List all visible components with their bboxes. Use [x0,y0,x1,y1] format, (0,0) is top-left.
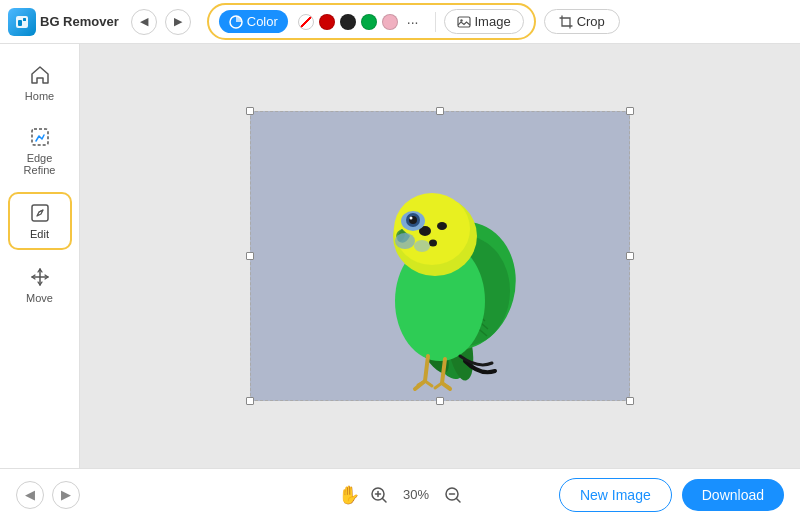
svg-rect-2 [23,18,26,21]
swatch-transparent[interactable] [298,14,314,30]
handle-bottom-left[interactable] [246,397,254,405]
zoom-out-icon [444,486,462,504]
parrot-svg [250,111,630,401]
handle-middle-right[interactable] [626,252,634,260]
next-button[interactable]: ▶ [52,481,80,509]
svg-point-26 [414,240,430,252]
svg-rect-7 [32,205,48,221]
zoom-out-button[interactable] [444,486,462,504]
edge-refine-icon [29,126,51,148]
toolbar-divider [435,12,436,32]
app-name: BG Remover [40,14,119,29]
swatch-pink[interactable] [382,14,398,30]
zoom-controls: ✋ 30% [338,484,462,506]
handle-bottom-center[interactable] [436,397,444,405]
move-label: Move [26,292,53,304]
undo-button[interactable]: ◀ [131,9,157,35]
svg-line-33 [457,498,461,502]
svg-rect-1 [18,20,22,26]
sidebar: Home Edge Refine Edit [0,44,80,468]
edge-refine-label: Edge Refine [18,152,62,176]
handle-middle-left[interactable] [246,252,254,260]
sidebar-item-edge-refine[interactable]: Edge Refine [8,118,72,184]
edit-label: Edit [30,228,49,240]
handle-bottom-right[interactable] [626,397,634,405]
bottom-left: ◀ ▶ [16,481,80,509]
handle-top-left[interactable] [246,107,254,115]
color-icon [229,15,243,29]
download-button[interactable]: Download [682,479,784,511]
handle-top-right[interactable] [626,107,634,115]
sidebar-item-edit[interactable]: Edit [8,192,72,250]
crop-icon [559,15,573,29]
bottom-bar: ◀ ▶ ✋ 30% New Image Download [0,468,800,520]
main-layout: Home Edge Refine Edit [0,44,800,468]
prev-button[interactable]: ◀ [16,481,44,509]
move-icon [29,266,51,288]
edit-icon [29,202,51,224]
color-swatches: ··· [294,12,427,32]
canvas-image [250,111,630,401]
svg-point-17 [394,193,470,265]
crop-button[interactable]: Crop [544,9,620,34]
sidebar-item-home[interactable]: Home [8,56,72,110]
zoom-in-icon [370,486,388,504]
home-icon [29,64,51,86]
canvas-area [80,44,800,468]
toolbar-pill: Color ··· Image [207,3,536,40]
svg-point-19 [437,222,447,230]
color-label: Color [247,14,278,29]
hand-tool-icon[interactable]: ✋ [338,484,360,506]
canvas-container[interactable] [250,111,630,401]
new-image-button[interactable]: New Image [559,478,672,512]
crop-label: Crop [577,14,605,29]
image-tool-button[interactable]: Image [444,9,524,34]
svg-point-5 [460,19,462,21]
swatch-green[interactable] [361,14,377,30]
svg-line-30 [383,498,387,502]
image-icon [457,15,471,29]
header: BG Remover ◀ ▶ Color ··· Imag [0,0,800,44]
bottom-right: New Image Download [559,478,784,512]
zoom-in-button[interactable] [370,486,388,504]
handle-top-center[interactable] [436,107,444,115]
sidebar-item-move[interactable]: Move [8,258,72,312]
swatch-red[interactable] [319,14,335,30]
image-label: Image [475,14,511,29]
swatch-black[interactable] [340,14,356,30]
zoom-level: 30% [398,487,434,502]
more-colors-button[interactable]: ··· [403,12,423,32]
redo-button[interactable]: ▶ [165,9,191,35]
svg-rect-4 [458,17,470,27]
color-tool-button[interactable]: Color [219,10,288,33]
app-logo: BG Remover [8,8,119,36]
home-label: Home [25,90,54,102]
svg-point-24 [410,217,413,220]
svg-point-25 [395,233,415,249]
app-logo-icon [8,8,36,36]
svg-point-20 [429,240,437,247]
